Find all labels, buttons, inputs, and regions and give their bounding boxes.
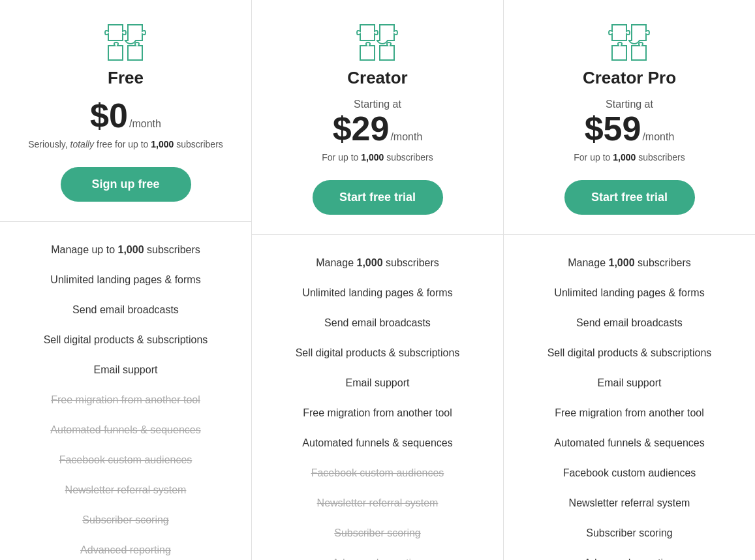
feature-item-creator-9: Subscriber scoring	[265, 518, 490, 548]
feature-item-creator-8: Newsletter referral system	[265, 488, 490, 518]
plan-features-creator: Manage 1,000 subscribersUnlimited landin…	[252, 235, 503, 560]
plan-name-creator-pro: Creator Pro	[583, 68, 676, 88]
feature-item-creator-4: Email support	[265, 368, 490, 398]
feature-item-free-6: Automated funnels & sequences	[13, 415, 238, 445]
feature-item-creator-pro-0: Manage 1,000 subscribers	[517, 248, 742, 278]
plan-col-creator-pro: Creator ProStarting at$59/monthFor up to…	[504, 0, 755, 560]
price-period-creator: /month	[390, 131, 422, 143]
feature-item-creator-2: Send email broadcasts	[265, 308, 490, 338]
plan-header-creator-pro: Creator ProStarting at$59/monthFor up to…	[504, 0, 755, 235]
feature-item-free-10: Advanced reporting	[13, 535, 238, 560]
feature-item-creator-6: Automated funnels & sequences	[265, 428, 490, 458]
feature-item-creator-pro-10: Advanced reporting	[517, 548, 742, 560]
feature-item-free-7: Facebook custom audiences	[13, 445, 238, 475]
feature-item-creator-0: Manage 1,000 subscribers	[265, 248, 490, 278]
feature-item-creator-pro-2: Send email broadcasts	[517, 308, 742, 338]
price-amount-creator: $29	[333, 112, 390, 146]
price-amount-creator-pro: $59	[585, 112, 641, 146]
plan-name-free: Free	[108, 68, 144, 88]
price-period-free: /month	[129, 118, 161, 130]
price-prefix-creator-pro: Starting at	[585, 99, 675, 110]
feature-item-creator-1: Unlimited landing pages & forms	[265, 278, 490, 308]
feature-item-creator-3: Sell digital products & subscriptions	[265, 338, 490, 368]
plan-price-block-creator-pro: Starting at$59/month	[585, 99, 675, 146]
plan-col-creator: CreatorStarting at$29/monthFor up to 1,0…	[252, 0, 504, 560]
price-note-creator-pro: For up to 1,000 subscribers	[574, 151, 685, 164]
feature-item-creator-pro-7: Facebook custom audiences	[517, 458, 742, 488]
feature-item-free-8: Newsletter referral system	[13, 475, 238, 505]
feature-item-creator-pro-4: Email support	[517, 368, 742, 398]
feature-item-free-4: Email support	[13, 355, 238, 385]
feature-item-free-0: Manage up to 1,000 subscribers	[13, 235, 238, 265]
cta-button-creator-pro[interactable]: Start free trial	[564, 180, 695, 215]
feature-item-creator-7: Facebook custom audiences	[265, 458, 490, 488]
feature-item-free-5: Free migration from another tool	[13, 385, 238, 415]
feature-item-creator-pro-6: Automated funnels & sequences	[517, 428, 742, 458]
feature-item-free-9: Subscriber scoring	[13, 505, 238, 535]
feature-item-creator-10: Advanced reporting	[265, 548, 490, 560]
cta-button-free[interactable]: Sign up free	[61, 167, 191, 202]
feature-item-creator-pro-9: Subscriber scoring	[517, 518, 742, 548]
feature-item-creator-pro-3: Sell digital products & subscriptions	[517, 338, 742, 368]
price-amount-free: $0	[90, 99, 128, 132]
plan-header-creator: CreatorStarting at$29/monthFor up to 1,0…	[252, 0, 503, 235]
puzzle-icon-creator-pro	[607, 20, 653, 59]
puzzle-icon-free	[103, 20, 149, 59]
price-note-free: Seriously, totally free for up to 1,000 …	[28, 138, 223, 151]
feature-item-creator-5: Free migration from another tool	[265, 398, 490, 428]
price-prefix-creator: Starting at	[333, 99, 423, 110]
plan-name-creator: Creator	[347, 68, 407, 88]
feature-item-free-3: Sell digital products & subscriptions	[13, 325, 238, 355]
plan-col-free: Free$0/monthSeriously, totally free for …	[0, 0, 252, 560]
feature-item-creator-pro-8: Newsletter referral system	[517, 488, 742, 518]
puzzle-icon-creator	[355, 20, 401, 59]
plan-features-creator-pro: Manage 1,000 subscribersUnlimited landin…	[504, 235, 755, 560]
plan-price-block-creator: Starting at$29/month	[333, 99, 423, 146]
price-period-creator-pro: /month	[642, 131, 674, 143]
price-note-creator: For up to 1,000 subscribers	[322, 151, 433, 164]
feature-item-free-2: Send email broadcasts	[13, 295, 238, 325]
feature-item-creator-pro-1: Unlimited landing pages & forms	[517, 278, 742, 308]
plan-price-block-free: $0/month	[90, 99, 161, 132]
plan-features-free: Manage up to 1,000 subscribersUnlimited …	[0, 222, 251, 560]
pricing-table: Free$0/monthSeriously, totally free for …	[0, 0, 755, 560]
plan-header-free: Free$0/monthSeriously, totally free for …	[0, 0, 251, 222]
feature-item-free-1: Unlimited landing pages & forms	[13, 265, 238, 295]
feature-item-creator-pro-5: Free migration from another tool	[517, 398, 742, 428]
cta-button-creator[interactable]: Start free trial	[313, 180, 443, 215]
